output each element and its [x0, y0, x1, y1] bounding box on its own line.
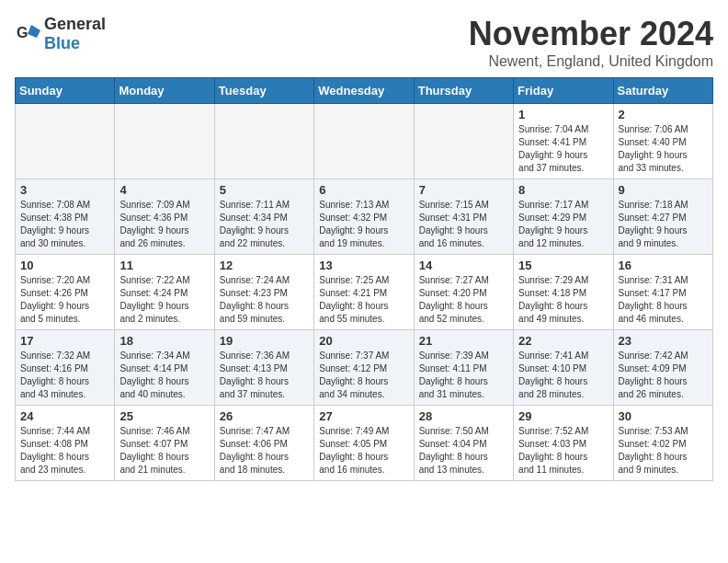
day-info: Sunrise: 7:17 AM Sunset: 4:29 PM Dayligh… — [518, 199, 608, 250]
page-header: G General Blue November 2024 Newent, Eng… — [15, 15, 713, 70]
logo-icon: G — [15, 21, 40, 47]
day-info: Sunrise: 7:15 AM Sunset: 4:31 PM Dayligh… — [419, 199, 508, 250]
column-header-saturday: Saturday — [613, 78, 712, 104]
calendar-cell: 2Sunrise: 7:06 AM Sunset: 4:40 PM Daylig… — [613, 104, 712, 179]
day-info: Sunrise: 7:47 AM Sunset: 4:06 PM Dayligh… — [220, 425, 309, 477]
calendar-cell: 15Sunrise: 7:29 AM Sunset: 4:18 PM Dayli… — [514, 255, 613, 330]
day-info: Sunrise: 7:24 AM Sunset: 4:23 PM Dayligh… — [220, 274, 309, 326]
day-info: Sunrise: 7:49 AM Sunset: 4:05 PM Dayligh… — [319, 425, 408, 477]
day-number: 29 — [518, 409, 608, 423]
day-info: Sunrise: 7:18 AM Sunset: 4:27 PM Dayligh… — [619, 199, 708, 250]
calendar-cell: 21Sunrise: 7:39 AM Sunset: 4:11 PM Dayli… — [414, 330, 513, 406]
day-info: Sunrise: 7:50 AM Sunset: 4:04 PM Dayligh… — [419, 425, 508, 477]
svg-text:G: G — [17, 25, 28, 40]
week-row-1: 1Sunrise: 7:04 AM Sunset: 4:41 PM Daylig… — [16, 104, 713, 179]
calendar-cell: 9Sunrise: 7:18 AM Sunset: 4:27 PM Daylig… — [613, 179, 712, 255]
calendar-cell — [314, 104, 414, 179]
calendar-cell: 14Sunrise: 7:27 AM Sunset: 4:20 PM Dayli… — [414, 255, 513, 330]
day-info: Sunrise: 7:06 AM Sunset: 4:40 PM Dayligh… — [619, 123, 708, 175]
title-area: November 2024 Newent, England, United Ki… — [469, 15, 713, 70]
day-number: 15 — [518, 259, 608, 272]
calendar-cell — [214, 104, 313, 179]
column-header-wednesday: Wednesday — [314, 78, 414, 104]
day-info: Sunrise: 7:22 AM Sunset: 4:24 PM Dayligh… — [119, 274, 209, 326]
day-number: 14 — [419, 259, 508, 272]
day-info: Sunrise: 7:25 AM Sunset: 4:21 PM Dayligh… — [319, 274, 408, 326]
day-number: 5 — [220, 183, 309, 197]
calendar-cell: 10Sunrise: 7:20 AM Sunset: 4:26 PM Dayli… — [16, 255, 115, 330]
calendar-cell: 1Sunrise: 7:04 AM Sunset: 4:41 PM Daylig… — [514, 104, 613, 179]
calendar-cell: 28Sunrise: 7:50 AM Sunset: 4:04 PM Dayli… — [414, 406, 513, 481]
column-header-tuesday: Tuesday — [214, 78, 313, 104]
day-info: Sunrise: 7:39 AM Sunset: 4:11 PM Dayligh… — [419, 350, 508, 401]
day-number: 8 — [518, 183, 608, 197]
calendar-cell: 18Sunrise: 7:34 AM Sunset: 4:14 PM Dayli… — [115, 330, 214, 406]
day-number: 27 — [319, 409, 408, 423]
week-row-2: 3Sunrise: 7:08 AM Sunset: 4:38 PM Daylig… — [16, 179, 713, 255]
day-info: Sunrise: 7:41 AM Sunset: 4:10 PM Dayligh… — [518, 350, 608, 401]
calendar-cell: 12Sunrise: 7:24 AM Sunset: 4:23 PM Dayli… — [214, 255, 313, 330]
week-row-4: 17Sunrise: 7:32 AM Sunset: 4:16 PM Dayli… — [16, 330, 713, 406]
calendar-header-row: SundayMondayTuesdayWednesdayThursdayFrid… — [16, 78, 713, 104]
day-number: 30 — [619, 409, 708, 423]
day-number: 4 — [119, 183, 209, 197]
column-header-friday: Friday — [514, 78, 613, 104]
logo: G General Blue — [15, 15, 106, 53]
calendar-cell: 5Sunrise: 7:11 AM Sunset: 4:34 PM Daylig… — [214, 179, 313, 255]
day-number: 22 — [518, 334, 608, 348]
calendar-cell: 16Sunrise: 7:31 AM Sunset: 4:17 PM Dayli… — [613, 255, 712, 330]
calendar-cell: 20Sunrise: 7:37 AM Sunset: 4:12 PM Dayli… — [314, 330, 414, 406]
day-number: 25 — [119, 409, 209, 423]
day-info: Sunrise: 7:32 AM Sunset: 4:16 PM Dayligh… — [20, 350, 109, 401]
day-info: Sunrise: 7:31 AM Sunset: 4:17 PM Dayligh… — [619, 274, 708, 326]
column-header-monday: Monday — [115, 78, 214, 104]
calendar-cell: 29Sunrise: 7:52 AM Sunset: 4:03 PM Dayli… — [514, 406, 613, 481]
week-row-3: 10Sunrise: 7:20 AM Sunset: 4:26 PM Dayli… — [16, 255, 713, 330]
day-number: 23 — [619, 334, 708, 348]
calendar-cell: 19Sunrise: 7:36 AM Sunset: 4:13 PM Dayli… — [214, 330, 313, 406]
calendar-cell: 4Sunrise: 7:09 AM Sunset: 4:36 PM Daylig… — [115, 179, 214, 255]
logo-blue: Blue — [44, 34, 80, 52]
calendar-cell — [16, 104, 115, 179]
calendar-table: SundayMondayTuesdayWednesdayThursdayFrid… — [15, 77, 713, 481]
day-number: 24 — [20, 409, 109, 423]
day-number: 1 — [518, 108, 608, 121]
day-info: Sunrise: 7:04 AM Sunset: 4:41 PM Dayligh… — [518, 123, 608, 175]
day-number: 19 — [220, 334, 309, 348]
calendar-cell: 11Sunrise: 7:22 AM Sunset: 4:24 PM Dayli… — [115, 255, 214, 330]
calendar-cell: 25Sunrise: 7:46 AM Sunset: 4:07 PM Dayli… — [115, 406, 214, 481]
day-info: Sunrise: 7:08 AM Sunset: 4:38 PM Dayligh… — [20, 199, 109, 250]
calendar-cell — [115, 104, 214, 179]
day-info: Sunrise: 7:27 AM Sunset: 4:20 PM Dayligh… — [419, 274, 508, 326]
calendar-body: 1Sunrise: 7:04 AM Sunset: 4:41 PM Daylig… — [16, 104, 713, 481]
location-title: Newent, England, United Kingdom — [469, 53, 713, 70]
calendar-cell — [414, 104, 513, 179]
day-info: Sunrise: 7:13 AM Sunset: 4:32 PM Dayligh… — [319, 199, 408, 250]
day-number: 20 — [319, 334, 408, 348]
day-number: 12 — [220, 259, 309, 272]
calendar-cell: 7Sunrise: 7:15 AM Sunset: 4:31 PM Daylig… — [414, 179, 513, 255]
column-header-thursday: Thursday — [414, 78, 513, 104]
logo-general: General — [44, 15, 106, 33]
day-info: Sunrise: 7:52 AM Sunset: 4:03 PM Dayligh… — [518, 425, 608, 477]
day-info: Sunrise: 7:36 AM Sunset: 4:13 PM Dayligh… — [220, 350, 309, 401]
day-number: 17 — [20, 334, 109, 348]
day-info: Sunrise: 7:44 AM Sunset: 4:08 PM Dayligh… — [20, 425, 109, 477]
day-number: 3 — [20, 183, 109, 197]
day-info: Sunrise: 7:42 AM Sunset: 4:09 PM Dayligh… — [619, 350, 708, 401]
day-number: 21 — [419, 334, 508, 348]
day-info: Sunrise: 7:20 AM Sunset: 4:26 PM Dayligh… — [20, 274, 109, 326]
day-info: Sunrise: 7:37 AM Sunset: 4:12 PM Dayligh… — [319, 350, 408, 401]
day-number: 28 — [419, 409, 508, 423]
day-number: 6 — [319, 183, 408, 197]
day-info: Sunrise: 7:34 AM Sunset: 4:14 PM Dayligh… — [119, 350, 209, 401]
day-number: 16 — [619, 259, 708, 272]
day-number: 7 — [419, 183, 508, 197]
day-info: Sunrise: 7:11 AM Sunset: 4:34 PM Dayligh… — [220, 199, 309, 250]
day-info: Sunrise: 7:29 AM Sunset: 4:18 PM Dayligh… — [518, 274, 608, 326]
day-info: Sunrise: 7:53 AM Sunset: 4:02 PM Dayligh… — [619, 425, 708, 477]
day-number: 2 — [619, 108, 708, 121]
calendar-cell: 30Sunrise: 7:53 AM Sunset: 4:02 PM Dayli… — [613, 406, 712, 481]
calendar-cell: 17Sunrise: 7:32 AM Sunset: 4:16 PM Dayli… — [16, 330, 115, 406]
month-title: November 2024 — [469, 15, 713, 53]
